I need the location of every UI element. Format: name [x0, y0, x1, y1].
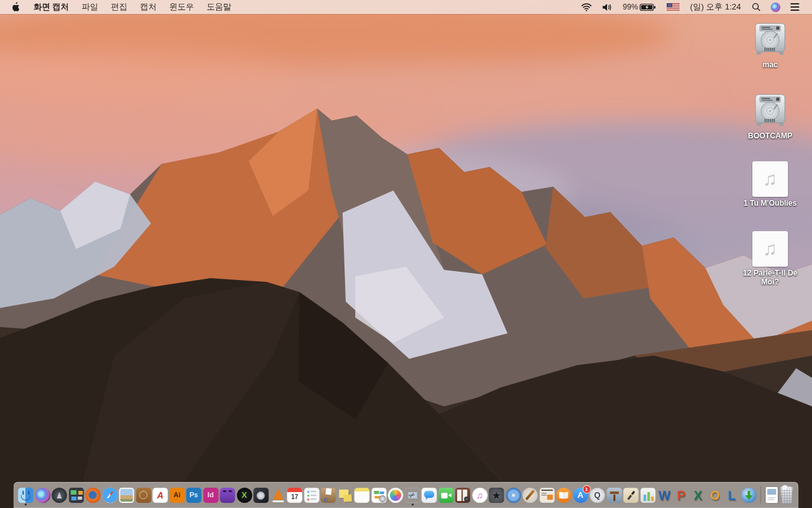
dock-item-xbmc[interactable]: X: [237, 488, 252, 503]
dock-item-outlook[interactable]: O: [707, 488, 723, 503]
dock-item-reminders[interactable]: [304, 488, 319, 503]
audio-file-icon: ♫: [752, 231, 788, 267]
dock-item-newsletter[interactable]: [539, 488, 554, 503]
dock-item-web-doc[interactable]: [371, 488, 386, 503]
dock-item-vlc[interactable]: [270, 488, 285, 503]
quicktime-glyph: Q: [594, 491, 600, 499]
macos-desktop: 화면 캡처파일편집캡처윈도우도움말 99%: [0, 0, 812, 508]
dock-item-idvd[interactable]: [506, 488, 521, 503]
dock-item-indesign[interactable]: Id: [203, 488, 218, 503]
desktop-icon-bootcamp[interactable]: BOOTCAMP: [735, 94, 806, 140]
dock-item-launchpad[interactable]: [52, 488, 67, 503]
acrobat-reader-glyph: A: [157, 491, 163, 500]
dock-item-pages[interactable]: [624, 488, 639, 503]
xbmc-glyph: X: [242, 491, 247, 499]
dock-item-stickies[interactable]: [337, 488, 353, 503]
desktop-wallpaper: [0, 0, 812, 508]
desktop-icon-label: BOOTCAMP: [748, 131, 792, 140]
battery-percent: 99%: [623, 3, 639, 11]
battery-menu[interactable]: 99%: [618, 0, 662, 14]
running-indicator: [412, 504, 414, 505]
menu-help[interactable]: 도움말: [200, 0, 238, 14]
battery-charging-icon: [639, 3, 657, 11]
dock-item-trash[interactable]: [780, 486, 794, 504]
dock-item-itunes[interactable]: ♫: [472, 488, 487, 503]
dock-item-messages[interactable]: [422, 488, 437, 503]
dock-item-firefox[interactable]: [86, 488, 101, 503]
menu-clock[interactable]: (일) 오후 1:24: [684, 1, 747, 13]
notification-center-menu[interactable]: [785, 0, 804, 14]
menu-file[interactable]: 파일: [75, 0, 105, 14]
menu-capture[interactable]: 캡처: [134, 0, 163, 14]
dock-item-mission-control[interactable]: [69, 488, 84, 503]
audio-file-icon: ♫: [752, 161, 788, 197]
desktop-icon-12-parle-t-il-de-moi-[interactable]: ♫12 Parle-T-Il De Moi?: [735, 231, 806, 286]
desktop-icon-label: mac: [763, 60, 778, 69]
desktop-icon-1-tu-m-oublies[interactable]: ♫1 Tu M'Oublies: [735, 161, 806, 208]
dock-item-journal[interactable]: [136, 488, 151, 503]
dock-item-keynote[interactable]: [606, 488, 622, 503]
hard-drive-icon: [752, 94, 789, 130]
desktop-icon-mac[interactable]: mac: [735, 23, 806, 69]
dock-item-word[interactable]: W: [657, 488, 672, 503]
volume-menu[interactable]: [597, 0, 618, 14]
desktop-icon-label: 1 Tu M'Oublies: [743, 199, 797, 208]
dock-item-siri[interactable]: [35, 488, 50, 503]
menu-bar: 화면 캡처파일편집캡처윈도우도움말 99%: [0, 0, 812, 14]
dock-item-imovie[interactable]: ★: [489, 488, 504, 503]
notification-badge: 1: [582, 485, 591, 493]
dock: AAiPsIdX17✂♫★A1QWPXOL: [14, 482, 799, 508]
grab-glyph: ✂: [408, 490, 417, 500]
dock-item-downloader[interactable]: [741, 488, 756, 503]
indesign-glyph: Id: [207, 491, 214, 498]
apple-logo-icon: [11, 2, 20, 12]
dock-item-powerpoint[interactable]: P: [674, 488, 689, 503]
app-store-glyph: A: [577, 491, 583, 499]
wifi-icon: [581, 3, 592, 11]
dock-item-photos[interactable]: [388, 488, 403, 503]
menu-app-name[interactable]: 화면 캡처: [26, 0, 75, 14]
dock-item-drop-box[interactable]: [321, 488, 336, 503]
spotlight-search-icon: [752, 3, 761, 11]
desktop-icon-label: 12 Parle-T-Il De Moi?: [735, 269, 806, 286]
dock-divider: [761, 486, 761, 504]
dock-item-finder[interactable]: [18, 488, 34, 503]
siri-icon: [771, 3, 780, 12]
siri-menu[interactable]: [766, 0, 785, 14]
dock-item-grab[interactable]: ✂: [405, 488, 420, 503]
dock-item-garageband[interactable]: [523, 488, 538, 503]
wifi-menu[interactable]: [576, 0, 597, 14]
dock-item-lync[interactable]: L: [724, 488, 740, 503]
itunes-glyph: ♫: [476, 491, 483, 500]
dock-item-notes[interactable]: [355, 488, 370, 503]
dock-item-photoshop[interactable]: Ps: [187, 488, 202, 503]
input-source-menu[interactable]: [662, 0, 684, 14]
dock-item-toast[interactable]: [220, 488, 235, 503]
dock-item-document-file[interactable]: [765, 487, 778, 503]
imovie-glyph: ★: [492, 491, 501, 500]
dock-item-acrobat-reader[interactable]: A: [153, 488, 168, 503]
calendar-glyph: 17: [291, 494, 298, 500]
dock-item-app-store[interactable]: A1: [573, 488, 588, 503]
dock-item-photo-booth[interactable]: [455, 488, 471, 503]
dock-item-facetime[interactable]: [438, 488, 454, 503]
dock-item-preview[interactable]: [119, 488, 134, 503]
dock-item-calendar[interactable]: 17: [287, 488, 303, 503]
dock-item-quicktime[interactable]: Q: [590, 488, 605, 503]
lync-glyph: L: [728, 489, 735, 502]
dock-item-numbers[interactable]: [640, 488, 655, 503]
dock-item-safari[interactable]: [102, 488, 117, 503]
dock-item-illustrator[interactable]: Ai: [169, 488, 185, 503]
menu-edit[interactable]: 편집: [105, 0, 134, 14]
apple-menu[interactable]: [9, 2, 26, 12]
dock-item-ibooks[interactable]: [556, 488, 572, 503]
dock-item-disk-tool[interactable]: [254, 488, 269, 503]
app-menus: 화면 캡처파일편집캡처윈도우도움말: [0, 0, 238, 14]
notification-center-icon: [790, 3, 799, 10]
word-glyph: W: [658, 489, 671, 502]
menu-window[interactable]: 윈도우: [163, 0, 200, 14]
illustrator-glyph: Ai: [174, 491, 181, 498]
spotlight-menu[interactable]: [747, 0, 766, 14]
dock-item-excel[interactable]: X: [691, 488, 706, 503]
status-menus: 99%: [576, 0, 812, 14]
